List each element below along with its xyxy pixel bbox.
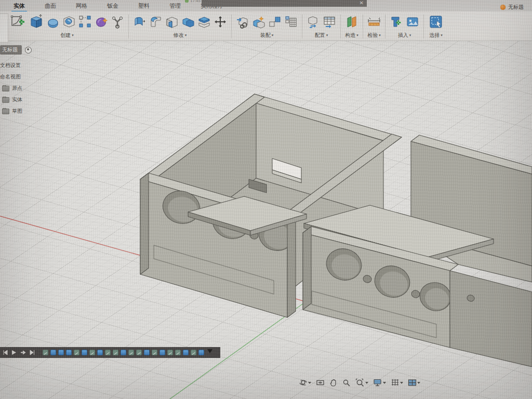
- timeline-feature-sketch[interactable]: [152, 350, 157, 355]
- view-nav-toolbar: [299, 378, 420, 387]
- tab-塑料[interactable]: 塑料: [136, 1, 152, 11]
- chevron-down-icon: ▾: [185, 33, 187, 37]
- offset-face-icon[interactable]: [197, 15, 211, 29]
- select-group-dropdown[interactable]: 选择▾: [429, 32, 443, 39]
- chevron-down-icon: [308, 382, 311, 384]
- ribbon-separator: [363, 15, 363, 38]
- document-title-badge[interactable]: 无标题: [500, 4, 524, 11]
- generative-design-icon[interactable]: [110, 15, 125, 29]
- close-icon[interactable]: ✕: [360, 0, 364, 6]
- insert-image-icon[interactable]: [405, 15, 420, 29]
- tab-钣金[interactable]: 钣金: [105, 1, 121, 11]
- joint-icon[interactable]: [268, 15, 282, 29]
- ribbon-separator: [340, 15, 341, 38]
- timeline-playhead[interactable]: [207, 349, 212, 353]
- timeline-feature-sketch[interactable]: [43, 350, 48, 355]
- thicken-icon[interactable]: [132, 15, 147, 29]
- browser-root-title[interactable]: 无标题: [0, 45, 22, 55]
- measure-icon[interactable]: [367, 15, 381, 29]
- create-group-dropdown[interactable]: 创建▾: [60, 32, 74, 39]
- new-component-icon[interactable]: [251, 15, 266, 29]
- insert-text-icon[interactable]: [389, 15, 404, 29]
- modify-group-dropdown[interactable]: 修改▾: [174, 32, 187, 39]
- zoom-button[interactable]: [342, 379, 351, 387]
- timeline-feature-extrude[interactable]: [121, 350, 126, 355]
- construct-group-dropdown[interactable]: 构造▾: [345, 32, 358, 39]
- 3d-viewport[interactable]: 无标题 文档设置命名视图原点实体草图: [0, 41, 532, 399]
- insert-group-dropdown[interactable]: 插入▾: [398, 32, 411, 39]
- select-icon[interactable]: [428, 14, 444, 30]
- display-settings-button[interactable]: [373, 378, 386, 387]
- ribbon-group-create: 创建▾: [9, 14, 125, 39]
- timeline-feature-extrude[interactable]: [58, 350, 64, 355]
- timeline-feature-extrude[interactable]: [82, 350, 87, 355]
- timeline-feature-extrude[interactable]: [198, 350, 204, 355]
- configure-icon[interactable]: [306, 15, 321, 29]
- joint-table-icon[interactable]: [284, 15, 298, 29]
- timeline-feature-extrude[interactable]: [159, 350, 165, 355]
- combine-icon[interactable]: [181, 15, 195, 29]
- chevron-down-icon: ▾: [379, 33, 381, 37]
- assemble-group-dropdown[interactable]: 装配▾: [260, 32, 274, 39]
- derive-icon[interactable]: [235, 15, 250, 29]
- timeline-feature-extrude[interactable]: [183, 350, 189, 355]
- press-pull-icon[interactable]: [165, 15, 179, 29]
- timeline-feature-sketch[interactable]: [128, 350, 134, 355]
- hole-icon[interactable]: [62, 15, 76, 29]
- timeline-feature-sketch[interactable]: [113, 350, 118, 355]
- viewports-button[interactable]: [408, 379, 420, 387]
- construction-plane-icon[interactable]: [344, 15, 359, 29]
- timeline-feature-sketch[interactable]: [89, 350, 95, 355]
- chevron-down-icon: [417, 382, 420, 384]
- grid-snaps-button[interactable]: [391, 379, 403, 387]
- tab-实体[interactable]: 实体: [11, 1, 27, 11]
- component-activation-radio[interactable]: [25, 47, 32, 54]
- timeline-skip-end-button[interactable]: [30, 350, 35, 355]
- chevron-down-icon: [400, 382, 403, 384]
- timeline-feature-sketch[interactable]: [105, 350, 111, 355]
- timeline-feature-extrude[interactable]: [144, 350, 150, 355]
- look-at-button[interactable]: [316, 378, 325, 387]
- form-icon[interactable]: [94, 15, 109, 29]
- browser-item[interactable]: 文档设置: [0, 62, 78, 69]
- tab-管理[interactable]: 管理: [167, 1, 183, 11]
- fusion360-window: 实体曲面网格钣金塑料管理实用程序 17:45 ✕ 无标题 创建▾: [0, 0, 532, 399]
- inspect-group-dropdown[interactable]: 检验▾: [367, 32, 381, 39]
- fit-button[interactable]: [355, 378, 368, 387]
- timeline-feature-extrude[interactable]: [50, 350, 56, 355]
- timeline-feature-extrude[interactable]: [97, 350, 103, 355]
- ribbon-separator: [423, 15, 424, 38]
- timeline-feature-sketch[interactable]: [167, 350, 173, 355]
- tab-曲面[interactable]: 曲面: [43, 1, 58, 11]
- timeline-feature-sketch[interactable]: [191, 350, 196, 355]
- browser-item[interactable]: 实体: [2, 96, 78, 103]
- timeline-feature-sketch[interactable]: [136, 350, 142, 355]
- configuration-table-icon[interactable]: [322, 15, 337, 29]
- orbit-button[interactable]: [299, 378, 311, 387]
- fillet-icon[interactable]: [149, 15, 163, 29]
- timeline-feature-extrude[interactable]: [66, 350, 72, 355]
- browser-item[interactable]: 命名视图: [0, 73, 78, 81]
- revolve-icon[interactable]: [46, 15, 60, 29]
- overlay-clock: 17:45: [185, 0, 201, 4]
- ribbon-group-configure: 配置▾: [306, 14, 337, 39]
- timeline-step-forward-button[interactable]: [20, 350, 26, 355]
- ribbon-group-insert: 插入▾: [389, 14, 420, 39]
- pattern-icon[interactable]: [78, 15, 92, 29]
- browser-item[interactable]: 原点: [2, 85, 78, 92]
- timeline-skip-start-button[interactable]: [2, 350, 8, 355]
- create-sketch-icon[interactable]: [9, 14, 26, 30]
- timeline-bar: [0, 347, 220, 358]
- pan-button[interactable]: [329, 378, 338, 387]
- timeline-feature-sketch[interactable]: [74, 350, 79, 355]
- overlay-clock-time: 17:45: [190, 0, 201, 3]
- ribbon-separator: [128, 15, 129, 38]
- extrude-icon[interactable]: [28, 14, 44, 30]
- timeline-feature-sketch[interactable]: [175, 350, 181, 355]
- move-icon[interactable]: [213, 15, 228, 29]
- tab-网格[interactable]: 网格: [74, 1, 89, 11]
- browser-item[interactable]: 草图: [2, 108, 78, 115]
- model-stage: [0, 41, 532, 399]
- timeline-play-button[interactable]: [11, 350, 17, 355]
- configure-group-dropdown[interactable]: 配置▾: [315, 32, 328, 39]
